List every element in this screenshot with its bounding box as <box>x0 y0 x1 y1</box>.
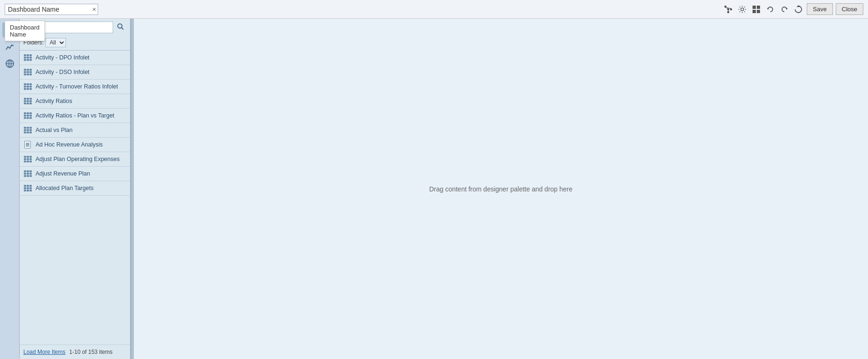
settings-icon <box>738 5 746 14</box>
grid-icon <box>23 155 32 163</box>
item-label: Adjust Plan Operating Expenses <box>36 156 120 162</box>
hierarchy-button[interactable] <box>723 4 734 15</box>
undo-button[interactable] <box>765 4 776 15</box>
folders-select[interactable]: All <box>45 38 66 47</box>
grid-icon <box>23 54 32 61</box>
title-tooltip: Dashboard Name <box>5 21 45 41</box>
list-item[interactable]: Activity - DSO Infolet <box>20 65 130 80</box>
list-item[interactable]: Activity - DPO Infolet <box>20 51 130 65</box>
svg-point-28 <box>118 24 122 28</box>
load-more-link[interactable]: Load More Items <box>23 349 65 355</box>
svg-rect-1 <box>727 8 729 10</box>
load-more-row: Load More Items 1-10 of 153 items <box>20 344 130 359</box>
drop-hint: Drag content from designer palette and d… <box>429 185 573 193</box>
grid-icon <box>23 97 32 105</box>
top-actions: Save Close <box>723 3 863 15</box>
canvas-area: Drag content from designer palette and d… <box>134 19 868 359</box>
svg-rect-8 <box>753 6 756 9</box>
grid-icon <box>23 170 32 177</box>
svg-rect-11 <box>757 10 760 13</box>
svg-marker-12 <box>767 8 769 10</box>
redo-button[interactable] <box>779 4 790 15</box>
item-label: Activity - Turnover Ratios Infolet <box>36 83 118 90</box>
list-item[interactable]: Activity Ratios - Plan vs Target <box>20 109 130 123</box>
grid-icon <box>23 68 32 76</box>
layout-icon <box>752 5 760 14</box>
top-bar: ✕ Dashboard Name <box>0 0 868 19</box>
list-item[interactable]: Adjust Plan Operating Expenses <box>20 152 130 167</box>
svg-rect-9 <box>757 6 760 9</box>
page-icon <box>23 141 32 148</box>
dashboard-name-input[interactable] <box>5 4 98 15</box>
title-clear-button[interactable]: ✕ <box>92 6 96 12</box>
item-label: Ad Hoc Revenue Analysis <box>36 141 103 148</box>
item-list: Activity - DPO InfoletActivity - DSO Inf… <box>20 50 130 344</box>
grid-icon <box>23 184 32 192</box>
list-item[interactable]: Adjust Revenue Plan <box>20 167 130 181</box>
search-icon <box>117 23 124 30</box>
settings-button[interactable] <box>737 4 748 15</box>
content-panel: Folders: All Activity - DPO InfoletActiv… <box>20 19 131 359</box>
grid-icon <box>23 126 32 134</box>
item-label: Adjust Revenue Plan <box>36 170 90 177</box>
list-item[interactable]: Allocated Plan Targets <box>20 181 130 196</box>
item-label: Activity - DSO Infolet <box>36 69 89 75</box>
chart-icon-button[interactable] <box>2 39 17 54</box>
grid-icon <box>23 83 32 90</box>
item-label: Activity - DPO Infolet <box>36 54 89 61</box>
list-item[interactable]: Activity Ratios <box>20 94 130 109</box>
svg-rect-0 <box>725 6 726 7</box>
list-item[interactable]: Ad Hoc Revenue Analysis <box>20 138 130 152</box>
close-button[interactable]: Close <box>836 3 863 15</box>
save-button[interactable]: Save <box>807 3 833 15</box>
undo-icon <box>766 5 775 14</box>
globe-icon <box>5 59 14 68</box>
load-more-count: 1-10 of 153 items <box>69 349 113 355</box>
grid-icon <box>23 112 32 119</box>
main-layout: Folders: All Activity - DPO InfoletActiv… <box>0 19 868 359</box>
chart-icon <box>5 42 14 51</box>
list-item[interactable]: Actual vs Plan <box>20 123 130 138</box>
svg-rect-2 <box>730 8 732 10</box>
side-icon-bar <box>0 19 20 359</box>
hierarchy-icon <box>724 5 732 14</box>
item-label: Activity Ratios - Plan vs Target <box>36 112 115 119</box>
refresh-button[interactable] <box>793 4 804 15</box>
item-label: Activity Ratios <box>36 98 72 104</box>
panel-search-button[interactable] <box>115 22 126 33</box>
item-label: Allocated Plan Targets <box>36 185 93 191</box>
layout-button[interactable] <box>751 4 762 15</box>
item-label: Actual vs Plan <box>36 127 72 133</box>
svg-rect-10 <box>753 10 756 13</box>
refresh-icon <box>794 5 803 14</box>
svg-point-7 <box>741 8 744 11</box>
globe-icon-button[interactable] <box>2 56 17 71</box>
svg-line-29 <box>122 28 123 29</box>
title-input-wrap: ✕ Dashboard Name <box>5 4 98 15</box>
svg-marker-13 <box>786 8 788 10</box>
svg-rect-3 <box>727 11 729 13</box>
redo-icon <box>780 5 789 14</box>
list-item[interactable]: Activity - Turnover Ratios Infolet <box>20 80 130 94</box>
